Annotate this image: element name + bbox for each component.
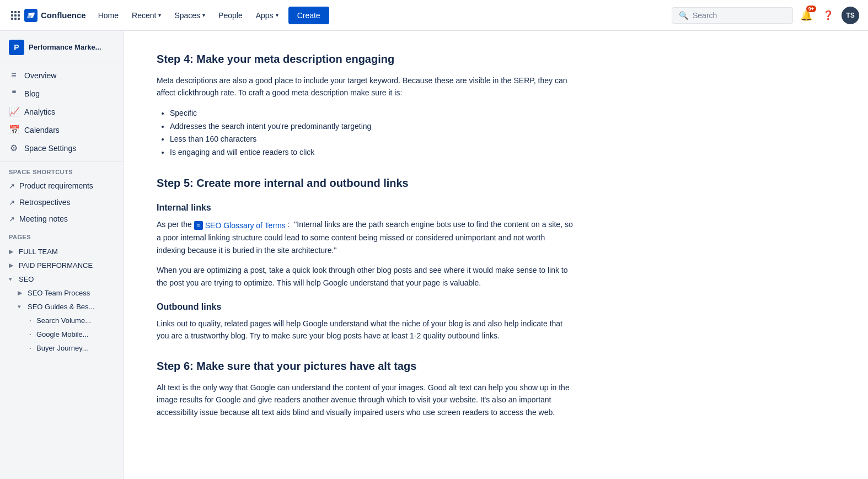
- notification-badge: 9+: [806, 6, 816, 12]
- shortcut-label: Product requirements: [19, 181, 93, 190]
- pages-title: PAGES: [0, 227, 123, 243]
- step4-intro: Meta descriptions are also a good place …: [157, 74, 576, 99]
- confluence-icon: [26, 11, 35, 20]
- list-item: Less than 160 characters: [170, 133, 576, 146]
- grid-icon: [11, 11, 20, 20]
- blog-icon: ❝: [9, 88, 19, 99]
- sidebar-item-space-settings[interactable]: ⚙ Space Settings: [0, 139, 123, 157]
- space-icon: P: [9, 40, 24, 55]
- topnav-right: 🔍 Search 🔔 9+ ❓ TS: [672, 7, 859, 24]
- bullet-icon: •: [26, 332, 34, 337]
- page-full-team[interactable]: ▶ FULL TEAM: [0, 245, 123, 259]
- sidebar: P Performance Marke... ≡ Overview ❝ Blog…: [0, 31, 124, 479]
- list-item: Specific: [170, 107, 576, 120]
- shortcuts-list: ↗ Product requirements ↗ Retrospectives …: [0, 177, 123, 227]
- list-item: Is engaging and will entice readers to c…: [170, 146, 576, 159]
- main-layout: P Performance Marke... ≡ Overview ❝ Blog…: [0, 31, 868, 479]
- sidebar-item-blog[interactable]: ❝ Blog: [0, 84, 123, 103]
- sidebar-item-label: Calendars: [24, 126, 60, 134]
- create-button[interactable]: Create: [288, 7, 329, 24]
- page-seo-team-process[interactable]: ▶ SEO Team Process: [0, 286, 123, 300]
- sidebar-nav: ≡ Overview ❝ Blog 📈 Analytics 📅 Calendar…: [0, 62, 123, 162]
- shortcut-retrospectives[interactable]: ↗ Retrospectives: [0, 194, 123, 211]
- sidebar-item-analytics[interactable]: 📈 Analytics: [0, 103, 123, 121]
- search-box[interactable]: 🔍 Search: [672, 7, 793, 24]
- outbound-links-heading: Outbound links: [157, 302, 576, 312]
- avatar[interactable]: TS: [842, 7, 859, 24]
- nav-apps[interactable]: Apps ▾: [250, 8, 284, 23]
- shortcut-product-requirements[interactable]: ↗ Product requirements: [0, 177, 123, 194]
- glossary-icon: ≡: [194, 221, 203, 230]
- sidebar-item-label: Overview: [24, 71, 56, 80]
- step4-section: Step 4: Make your meta description engag…: [157, 53, 576, 159]
- page-seo-guides[interactable]: ▾ SEO Guides & Bes...: [0, 300, 123, 314]
- external-link-icon: ↗: [9, 198, 15, 207]
- nav-home[interactable]: Home: [93, 8, 124, 23]
- top-navigation: Confluence Home Recent ▾ Spaces ▾ People…: [0, 0, 868, 31]
- confluence-logo-text: Confluence: [41, 10, 86, 20]
- chevron-down-icon: ▾: [9, 276, 17, 283]
- overview-icon: ≡: [9, 71, 19, 80]
- page-paid-performance[interactable]: ▶ PAID PERFORMANCE: [0, 259, 123, 272]
- step6-body: Alt text is the only way that Google can…: [157, 381, 576, 418]
- internal-links-advice: When you are optimizing a post, take a q…: [157, 264, 576, 289]
- apps-arrow: ▾: [276, 12, 278, 18]
- sidebar-item-label: Blog: [24, 89, 40, 98]
- help-icon: ❓: [823, 10, 834, 20]
- nav-people[interactable]: People: [213, 8, 248, 23]
- bullet-icon: •: [26, 346, 34, 351]
- page-google-mobile[interactable]: • Google Mobile...: [0, 327, 123, 341]
- step4-heading: Step 4: Make your meta description engag…: [157, 53, 576, 66]
- app-switcher-button[interactable]: [9, 9, 22, 22]
- recent-arrow: ▾: [158, 12, 161, 18]
- shortcuts-title: SPACE SHORTCUTS: [0, 162, 123, 177]
- shortcut-label: Retrospectives: [19, 198, 71, 207]
- list-item: Addresses the search intent you're predo…: [170, 120, 576, 133]
- chevron-down-icon: ▾: [18, 303, 25, 310]
- pages-tree: ▶ FULL TEAM ▶ PAID PERFORMANCE ▾ SEO ▶ S…: [0, 243, 123, 357]
- seo-glossary-link[interactable]: ≡ SEO Glossary of Terms: [194, 219, 286, 232]
- step6-section: Step 6: Make sure that your pictures hav…: [157, 360, 576, 418]
- step5-heading: Step 5: Create more internal and outboun…: [157, 177, 576, 190]
- step4-list: Specific Addresses the search intent you…: [170, 107, 576, 159]
- settings-icon: ⚙: [9, 143, 19, 153]
- chevron-right-icon: ▶: [9, 262, 17, 269]
- external-link-icon: ↗: [9, 182, 15, 190]
- space-name: Performance Marke...: [29, 43, 101, 52]
- space-header: P Performance Marke...: [0, 31, 123, 62]
- sidebar-item-calendars[interactable]: 📅 Calendars: [0, 121, 123, 139]
- help-button[interactable]: ❓: [819, 7, 837, 24]
- spaces-arrow: ▾: [202, 12, 205, 18]
- analytics-icon: 📈: [9, 106, 19, 117]
- page-seo[interactable]: ▾ SEO: [0, 272, 123, 286]
- bullet-icon: •: [26, 318, 34, 323]
- external-link-icon: ↗: [9, 215, 15, 223]
- content-wrapper: Step 4: Make your meta description engag…: [157, 53, 576, 418]
- page-search-volume[interactable]: • Search Volume...: [0, 314, 123, 327]
- confluence-logo[interactable]: Confluence: [24, 9, 86, 22]
- chevron-right-icon: ▶: [18, 289, 25, 297]
- outbound-links-body: Links out to quality, related pages will…: [157, 317, 576, 342]
- notifications-button[interactable]: 🔔 9+: [797, 7, 815, 24]
- search-icon: 🔍: [679, 11, 688, 20]
- sidebar-item-label: Analytics: [24, 107, 55, 116]
- step5-section: Step 5: Create more internal and outboun…: [157, 177, 576, 342]
- chevron-right-icon: ▶: [9, 248, 17, 255]
- internal-links-heading: Internal links: [157, 203, 576, 213]
- nav-spaces[interactable]: Spaces ▾: [169, 8, 211, 23]
- internal-links-body: As per the ≡ SEO Glossary of Terms : "In…: [157, 218, 576, 256]
- confluence-logo-icon: [24, 9, 37, 22]
- step6-heading: Step 6: Make sure that your pictures hav…: [157, 360, 576, 373]
- calendars-icon: 📅: [9, 125, 19, 135]
- shortcut-meeting-notes[interactable]: ↗ Meeting notes: [0, 211, 123, 227]
- page-buyer-journey[interactable]: • Buyer Journey...: [0, 341, 123, 355]
- main-content-area: Step 4: Make your meta description engag…: [124, 31, 868, 479]
- shortcut-label: Meeting notes: [19, 214, 68, 223]
- sidebar-item-overview[interactable]: ≡ Overview: [0, 67, 123, 84]
- sidebar-item-label: Space Settings: [24, 144, 76, 153]
- nav-recent[interactable]: Recent ▾: [126, 8, 167, 23]
